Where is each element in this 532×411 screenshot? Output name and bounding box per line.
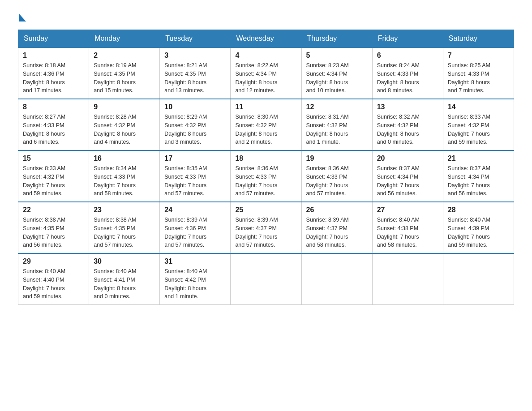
day-info: Sunrise: 8:40 AMSunset: 4:42 PMDaylight:… bbox=[164, 267, 226, 301]
header-friday: Friday bbox=[372, 30, 443, 48]
day-number: 5 bbox=[306, 51, 368, 60]
day-info: Sunrise: 8:40 AMSunset: 4:38 PMDaylight:… bbox=[377, 216, 438, 249]
calendar-cell: 2Sunrise: 8:19 AMSunset: 4:35 PMDaylight… bbox=[89, 47, 160, 99]
calendar-cell: 20Sunrise: 8:37 AMSunset: 4:34 PMDayligh… bbox=[372, 150, 443, 202]
day-number: 2 bbox=[94, 51, 155, 60]
calendar-table: SundayMondayTuesdayWednesdayThursdayFrid… bbox=[18, 30, 514, 305]
calendar-cell bbox=[372, 253, 443, 305]
day-number: 4 bbox=[235, 51, 296, 60]
day-number: 1 bbox=[23, 51, 84, 60]
day-number: 3 bbox=[164, 51, 226, 60]
calendar-cell: 30Sunrise: 8:40 AMSunset: 4:41 PMDayligh… bbox=[89, 253, 160, 305]
day-number: 23 bbox=[94, 206, 155, 214]
day-number: 14 bbox=[448, 103, 509, 111]
day-number: 22 bbox=[23, 206, 84, 214]
calendar-week-1: 1Sunrise: 8:18 AMSunset: 4:36 PMDaylight… bbox=[18, 47, 514, 99]
calendar-cell: 29Sunrise: 8:40 AMSunset: 4:40 PMDayligh… bbox=[18, 253, 89, 305]
day-info: Sunrise: 8:40 AMSunset: 4:41 PMDaylight:… bbox=[94, 267, 155, 301]
day-info: Sunrise: 8:23 AMSunset: 4:34 PMDaylight:… bbox=[306, 61, 368, 95]
day-info: Sunrise: 8:29 AMSunset: 4:32 PMDaylight:… bbox=[164, 113, 226, 146]
day-number: 17 bbox=[164, 154, 226, 163]
day-info: Sunrise: 8:25 AMSunset: 4:33 PMDaylight:… bbox=[448, 61, 509, 95]
calendar-cell: 17Sunrise: 8:35 AMSunset: 4:33 PMDayligh… bbox=[160, 150, 231, 202]
day-info: Sunrise: 8:35 AMSunset: 4:33 PMDaylight:… bbox=[164, 164, 226, 198]
day-number: 28 bbox=[448, 206, 509, 214]
calendar-cell: 7Sunrise: 8:25 AMSunset: 4:33 PMDaylight… bbox=[443, 47, 514, 99]
day-number: 24 bbox=[164, 206, 226, 214]
calendar-week-4: 22Sunrise: 8:38 AMSunset: 4:35 PMDayligh… bbox=[18, 202, 514, 253]
day-info: Sunrise: 8:37 AMSunset: 4:34 PMDaylight:… bbox=[448, 164, 509, 198]
calendar-cell: 15Sunrise: 8:33 AMSunset: 4:32 PMDayligh… bbox=[18, 150, 89, 202]
day-number: 26 bbox=[306, 206, 368, 214]
calendar-cell bbox=[443, 253, 514, 305]
calendar-week-3: 15Sunrise: 8:33 AMSunset: 4:32 PMDayligh… bbox=[18, 150, 514, 202]
day-number: 31 bbox=[164, 257, 226, 265]
day-number: 29 bbox=[23, 257, 84, 265]
day-info: Sunrise: 8:38 AMSunset: 4:35 PMDaylight:… bbox=[94, 216, 155, 249]
day-info: Sunrise: 8:31 AMSunset: 4:32 PMDaylight:… bbox=[306, 113, 368, 146]
calendar-cell bbox=[231, 253, 301, 305]
calendar-cell: 4Sunrise: 8:22 AMSunset: 4:34 PMDaylight… bbox=[231, 47, 301, 99]
day-number: 7 bbox=[448, 51, 509, 60]
day-number: 21 bbox=[448, 154, 509, 163]
day-info: Sunrise: 8:40 AMSunset: 4:40 PMDaylight:… bbox=[23, 267, 84, 301]
day-number: 10 bbox=[164, 103, 226, 111]
calendar-cell: 8Sunrise: 8:27 AMSunset: 4:33 PMDaylight… bbox=[18, 99, 89, 150]
page-header bbox=[18, 13, 514, 21]
calendar-cell: 1Sunrise: 8:18 AMSunset: 4:36 PMDaylight… bbox=[18, 47, 89, 99]
day-number: 13 bbox=[377, 103, 438, 111]
day-info: Sunrise: 8:34 AMSunset: 4:33 PMDaylight:… bbox=[94, 164, 155, 198]
day-number: 20 bbox=[377, 154, 438, 163]
header-saturday: Saturday bbox=[443, 30, 514, 48]
day-number: 15 bbox=[23, 154, 84, 163]
day-info: Sunrise: 8:32 AMSunset: 4:32 PMDaylight:… bbox=[377, 113, 438, 146]
calendar-cell: 19Sunrise: 8:36 AMSunset: 4:33 PMDayligh… bbox=[301, 150, 372, 202]
calendar-cell: 21Sunrise: 8:37 AMSunset: 4:34 PMDayligh… bbox=[443, 150, 514, 202]
header-wednesday: Wednesday bbox=[231, 30, 301, 48]
day-info: Sunrise: 8:36 AMSunset: 4:33 PMDaylight:… bbox=[306, 164, 368, 198]
day-info: Sunrise: 8:22 AMSunset: 4:34 PMDaylight:… bbox=[235, 61, 296, 95]
logo-arrow-icon bbox=[19, 13, 26, 21]
calendar-week-2: 8Sunrise: 8:27 AMSunset: 4:33 PMDaylight… bbox=[18, 99, 514, 150]
day-info: Sunrise: 8:36 AMSunset: 4:33 PMDaylight:… bbox=[235, 164, 296, 198]
day-info: Sunrise: 8:40 AMSunset: 4:39 PMDaylight:… bbox=[448, 216, 509, 249]
day-info: Sunrise: 8:33 AMSunset: 4:32 PMDaylight:… bbox=[23, 164, 84, 198]
day-number: 8 bbox=[23, 103, 84, 111]
calendar-cell: 12Sunrise: 8:31 AMSunset: 4:32 PMDayligh… bbox=[301, 99, 372, 150]
day-number: 30 bbox=[94, 257, 155, 265]
header-tuesday: Tuesday bbox=[160, 30, 231, 48]
calendar-week-5: 29Sunrise: 8:40 AMSunset: 4:40 PMDayligh… bbox=[18, 253, 514, 305]
calendar-cell: 16Sunrise: 8:34 AMSunset: 4:33 PMDayligh… bbox=[89, 150, 160, 202]
day-info: Sunrise: 8:28 AMSunset: 4:32 PMDaylight:… bbox=[94, 113, 155, 146]
day-info: Sunrise: 8:21 AMSunset: 4:35 PMDaylight:… bbox=[164, 61, 226, 95]
day-info: Sunrise: 8:39 AMSunset: 4:36 PMDaylight:… bbox=[164, 216, 226, 249]
calendar-cell: 27Sunrise: 8:40 AMSunset: 4:38 PMDayligh… bbox=[372, 202, 443, 253]
calendar-cell: 28Sunrise: 8:40 AMSunset: 4:39 PMDayligh… bbox=[443, 202, 514, 253]
calendar-cell: 31Sunrise: 8:40 AMSunset: 4:42 PMDayligh… bbox=[160, 253, 231, 305]
calendar-header-row: SundayMondayTuesdayWednesdayThursdayFrid… bbox=[18, 30, 514, 48]
calendar-cell: 14Sunrise: 8:33 AMSunset: 4:32 PMDayligh… bbox=[443, 99, 514, 150]
header-monday: Monday bbox=[89, 30, 160, 48]
calendar-cell: 5Sunrise: 8:23 AMSunset: 4:34 PMDaylight… bbox=[301, 47, 372, 99]
day-number: 16 bbox=[94, 154, 155, 163]
calendar-cell: 11Sunrise: 8:30 AMSunset: 4:32 PMDayligh… bbox=[231, 99, 301, 150]
calendar-cell: 10Sunrise: 8:29 AMSunset: 4:32 PMDayligh… bbox=[160, 99, 231, 150]
day-number: 27 bbox=[377, 206, 438, 214]
day-info: Sunrise: 8:19 AMSunset: 4:35 PMDaylight:… bbox=[94, 61, 155, 95]
header-thursday: Thursday bbox=[301, 30, 372, 48]
calendar-cell: 9Sunrise: 8:28 AMSunset: 4:32 PMDaylight… bbox=[89, 99, 160, 150]
day-info: Sunrise: 8:24 AMSunset: 4:33 PMDaylight:… bbox=[377, 61, 438, 95]
calendar-cell: 6Sunrise: 8:24 AMSunset: 4:33 PMDaylight… bbox=[372, 47, 443, 99]
day-number: 11 bbox=[235, 103, 296, 111]
calendar-cell: 25Sunrise: 8:39 AMSunset: 4:37 PMDayligh… bbox=[231, 202, 301, 253]
logo bbox=[18, 13, 26, 21]
day-number: 18 bbox=[235, 154, 296, 163]
day-info: Sunrise: 8:27 AMSunset: 4:33 PMDaylight:… bbox=[23, 113, 84, 146]
day-info: Sunrise: 8:18 AMSunset: 4:36 PMDaylight:… bbox=[23, 61, 84, 95]
calendar-cell: 23Sunrise: 8:38 AMSunset: 4:35 PMDayligh… bbox=[89, 202, 160, 253]
day-info: Sunrise: 8:30 AMSunset: 4:32 PMDaylight:… bbox=[235, 113, 296, 146]
calendar-cell: 18Sunrise: 8:36 AMSunset: 4:33 PMDayligh… bbox=[231, 150, 301, 202]
header-sunday: Sunday bbox=[18, 30, 89, 48]
calendar-cell: 22Sunrise: 8:38 AMSunset: 4:35 PMDayligh… bbox=[18, 202, 89, 253]
calendar-cell: 13Sunrise: 8:32 AMSunset: 4:32 PMDayligh… bbox=[372, 99, 443, 150]
